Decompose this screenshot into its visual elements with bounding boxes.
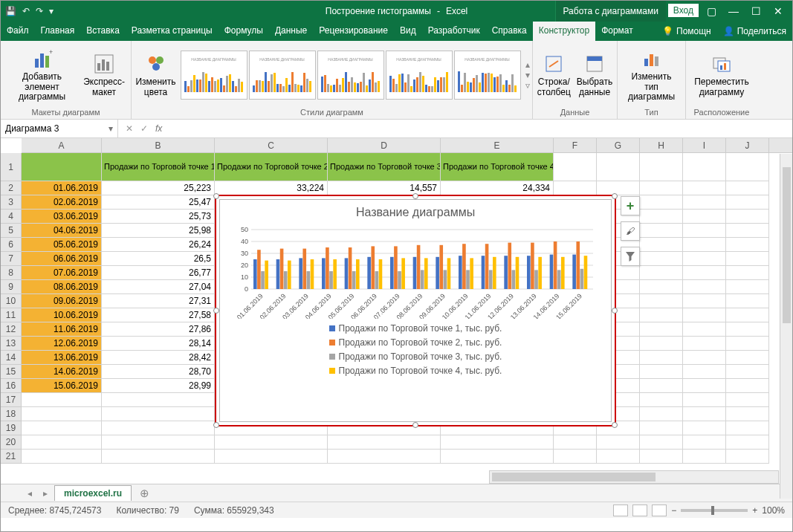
legend-item[interactable]: Продажи по Торговой точке 4, тыс. руб. (329, 366, 502, 376)
cell[interactable]: 26,77 (102, 266, 215, 280)
cell[interactable] (726, 351, 769, 365)
cell[interactable]: 15.06.2019 (22, 379, 102, 393)
cell[interactable] (683, 450, 726, 464)
cell[interactable] (726, 365, 769, 379)
col-header[interactable]: F (554, 138, 597, 152)
cell[interactable]: 25,223 (102, 181, 215, 195)
cell[interactable] (726, 252, 769, 266)
cell[interactable]: 28,14 (102, 337, 215, 351)
cell[interactable] (726, 238, 769, 252)
cell[interactable] (640, 450, 683, 464)
cell[interactable] (102, 450, 215, 464)
cell[interactable]: Продажи по Торговой точке 1, тыс. руб. (102, 153, 215, 181)
row-header[interactable]: 20 (1, 435, 22, 450)
cell[interactable]: 27,31 (102, 294, 215, 308)
cell[interactable] (683, 252, 726, 266)
chart-style-thumb[interactable]: НАЗВАНИЕ ДИАГРАММЫ (181, 51, 247, 100)
row-header[interactable]: 2 (1, 181, 22, 195)
quick-layout-button[interactable]: Экспресс- макет (82, 51, 126, 100)
col-header[interactable]: D (328, 138, 441, 152)
page-break-view-button[interactable] (652, 505, 667, 516)
cell[interactable] (726, 153, 769, 181)
row-header[interactable]: 8 (1, 266, 22, 280)
cell[interactable] (640, 238, 683, 252)
cell[interactable]: 28,70 (102, 365, 215, 379)
cell[interactable]: 25,47 (102, 195, 215, 210)
cell[interactable]: 08.06.2019 (22, 280, 102, 294)
cell[interactable] (22, 393, 102, 407)
cell[interactable]: Продажи по Торговой точке 2, тыс. руб. (215, 153, 328, 181)
row-header[interactable]: 7 (1, 252, 22, 266)
chart-filters-button[interactable] (621, 247, 640, 266)
cell[interactable] (102, 435, 215, 450)
cell[interactable] (726, 294, 769, 308)
cell[interactable] (683, 181, 726, 195)
qat-more-icon[interactable]: ▾ (49, 6, 54, 16)
cell[interactable]: 09.06.2019 (22, 294, 102, 308)
legend-item[interactable]: Продажи по Торговой точке 1, тыс. руб. (329, 323, 502, 334)
legend-item[interactable]: Продажи по Торговой точке 3, тыс. руб. (329, 351, 502, 362)
horizontal-scrollbar[interactable] (489, 470, 779, 484)
chart-style-thumb[interactable]: НАЗВАНИЕ ДИАГРАММЫ (454, 51, 521, 100)
sheet-nav-prev-icon[interactable]: ◂ (23, 488, 36, 499)
chart-legend[interactable]: Продажи по Торговой точке 1, тыс. руб.Пр… (220, 319, 611, 380)
row-header[interactable]: 15 (1, 365, 22, 379)
cell[interactable] (683, 322, 726, 337)
minimize-icon[interactable]: — (724, 5, 743, 17)
cell[interactable] (554, 181, 597, 195)
chart-style-thumb[interactable]: НАЗВАНИЕ ДИАГРАММЫ (249, 51, 316, 100)
tab-review[interactable]: Рецензирование (313, 22, 394, 41)
cell[interactable] (726, 195, 769, 210)
cell[interactable] (640, 421, 683, 435)
cell[interactable] (640, 322, 683, 337)
vertical-scrollbar[interactable] (780, 154, 792, 499)
tab-file[interactable]: Файл (1, 22, 35, 41)
tab-help[interactable]: Справка (486, 22, 533, 41)
row-header[interactable]: 12 (1, 322, 22, 337)
switch-row-column-button[interactable]: Строка/ столбец (536, 51, 572, 100)
row-header[interactable]: 3 (1, 195, 22, 210)
chart-title[interactable]: Название диаграммы (220, 200, 611, 222)
col-header[interactable]: H (640, 138, 683, 152)
sheet-tab[interactable]: microexcel.ru (54, 485, 132, 501)
chart-elements-button[interactable]: + (621, 196, 640, 215)
zoom-in-button[interactable]: + (752, 505, 757, 516)
cell[interactable] (683, 238, 726, 252)
zoom-level[interactable]: 100% (762, 505, 785, 516)
cell[interactable] (683, 337, 726, 351)
col-header[interactable]: C (215, 138, 328, 152)
cell[interactable] (22, 153, 102, 181)
cell[interactable]: 02.06.2019 (22, 195, 102, 210)
cell[interactable]: 13.06.2019 (22, 351, 102, 365)
add-chart-element-button[interactable]: +Добавить элемент диаграммы (5, 45, 79, 104)
cell[interactable] (640, 181, 683, 195)
embedded-chart[interactable]: Название диаграммы 0102030405001.06.2019… (215, 195, 616, 426)
cell[interactable]: 25,98 (102, 224, 215, 238)
row-header[interactable]: 17 (1, 393, 22, 407)
cell[interactable]: 27,86 (102, 322, 215, 337)
row-header[interactable]: 13 (1, 337, 22, 351)
cell[interactable] (683, 308, 726, 322)
chart-style-thumb[interactable]: НАЗВАНИЕ ДИАГРАММЫ (386, 51, 453, 100)
cell[interactable] (726, 210, 769, 224)
gallery-down-icon[interactable]: ▾ (525, 70, 530, 80)
cell[interactable] (441, 450, 554, 464)
cell[interactable] (22, 407, 102, 421)
tab-developer[interactable]: Разработчик (422, 22, 486, 41)
cell[interactable]: 14,557 (328, 181, 441, 195)
cell[interactable] (640, 294, 683, 308)
cell[interactable] (640, 224, 683, 238)
cell[interactable]: 07.06.2019 (22, 266, 102, 280)
close-icon[interactable]: ✕ (768, 5, 788, 17)
cell[interactable] (640, 195, 683, 210)
col-header[interactable]: B (102, 138, 215, 152)
cell[interactable] (683, 280, 726, 294)
cell[interactable] (726, 407, 769, 421)
new-sheet-button[interactable]: ⊕ (134, 487, 155, 500)
cell[interactable] (683, 407, 726, 421)
cell[interactable] (683, 393, 726, 407)
cell[interactable]: 06.06.2019 (22, 252, 102, 266)
cell[interactable] (683, 195, 726, 210)
chart-plot-area[interactable]: 0102030405001.06.201902.06.201903.06.201… (226, 222, 612, 319)
cell[interactable]: 11.06.2019 (22, 322, 102, 337)
